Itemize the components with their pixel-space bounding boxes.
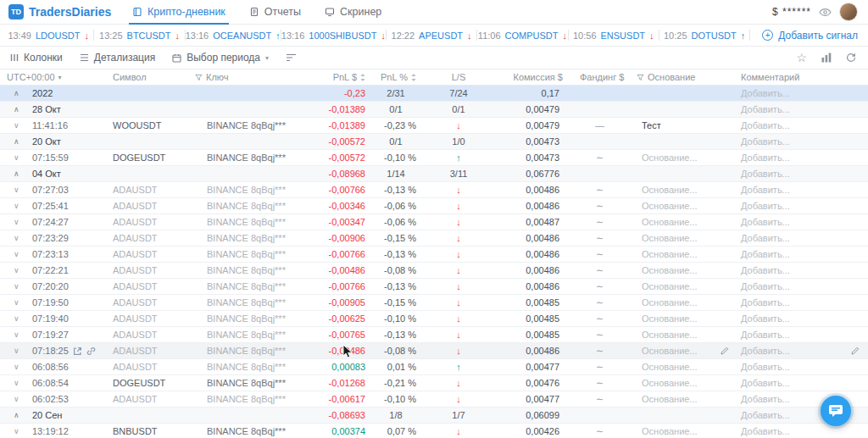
reason-cell[interactable]: Основание... [632, 281, 737, 291]
expand-chevron-icon[interactable]: ∨ [0, 121, 32, 130]
comment-cell[interactable]: Добавить... [737, 136, 868, 147]
comment-cell[interactable]: Добавить... [737, 104, 868, 114]
expand-chevron-icon[interactable]: ∨ [0, 395, 32, 403]
col-pnl-usd[interactable]: PnL $ [291, 72, 370, 82]
col-pnl-pct[interactable]: PnL % [370, 72, 421, 82]
brand[interactable]: TD TradersDiaries [8, 4, 117, 19]
trade-row[interactable]: ∨07:19:50ADAUSDTBINANCE 8qBqj***-0,00905… [0, 295, 868, 311]
trade-row[interactable]: ∨06:02:53ADAUSDTBINANCE 8qBqj***-0,00617… [0, 391, 868, 408]
grouping-icon-button[interactable] [286, 53, 297, 62]
chart-view-icon[interactable] [821, 53, 832, 63]
tab-screener[interactable]: Скринер [313, 0, 393, 24]
collapse-chevron-icon[interactable]: ∧ [0, 89, 32, 97]
expand-chevron-icon[interactable]: ∨ [0, 314, 32, 323]
col-long-short[interactable]: L/S [421, 72, 496, 82]
signal-item[interactable]: 13:16OCEANUSDT↑ [186, 30, 281, 41]
reason-cell[interactable]: Основание... [632, 362, 737, 372]
tab-journal[interactable]: Крипто-дневник [120, 0, 237, 24]
trade-row[interactable]: ∨07:18:25ADAUSDTBINANCE 8qBqj***-0,00486… [0, 343, 868, 359]
expand-chevron-icon[interactable]: ∨ [0, 363, 32, 371]
comment-cell[interactable]: Добавить... [737, 185, 868, 195]
reason-cell[interactable]: Основание... [632, 330, 737, 340]
collapse-chevron-icon[interactable]: ∧ [0, 411, 32, 419]
tab-reports[interactable]: Отчеты [237, 0, 313, 24]
timezone-selector[interactable]: UTC+00:00 ▾ [0, 72, 113, 82]
signal-item[interactable]: 13:161000SHIBUSDT↓ [281, 30, 387, 41]
comment-cell[interactable]: Добавить... [737, 169, 868, 179]
trade-row[interactable]: ∨07:19:40ADAUSDTBINANCE 8qBqj***-0,00625… [0, 311, 868, 327]
trade-row[interactable]: ∨07:27:03ADAUSDTBINANCE 8qBqj***-0,00766… [0, 182, 868, 198]
expand-chevron-icon[interactable]: ∨ [0, 379, 32, 387]
signal-item[interactable]: 11:06COMPUSDT↓ [477, 30, 568, 41]
comment-cell[interactable]: Добавить... [737, 249, 868, 259]
col-commission[interactable]: Комиссия $ [496, 72, 568, 82]
edit-comment-icon[interactable] [851, 347, 860, 355]
reason-cell[interactable]: Основание... [632, 217, 737, 227]
expand-chevron-icon[interactable]: ∨ [0, 330, 32, 339]
reason-cell[interactable]: Основание... [632, 152, 737, 163]
group-row[interactable]: ∧2022-0,232/317/240,17Добавить... [0, 86, 868, 102]
trade-row[interactable]: ∨06:08:56ADAUSDTBINANCE 8qBqj***0,000830… [0, 359, 868, 375]
reason-cell[interactable]: Основание... [632, 201, 737, 211]
chat-widget-button[interactable] [821, 396, 851, 426]
group-row[interactable]: ∧04 Окт-0,089681/143/110,06776Добавить..… [0, 166, 868, 182]
comment-cell[interactable]: Добавить... [737, 281, 868, 291]
add-signal-button[interactable]: + Добавить сигнал [762, 30, 858, 42]
expand-chevron-icon[interactable]: ∨ [0, 298, 32, 307]
reason-cell[interactable]: Основание... [632, 297, 737, 308]
reason-cell[interactable]: Основание... [632, 249, 737, 259]
comment-cell[interactable]: Добавить... [737, 313, 868, 324]
comment-cell[interactable]: Добавить... [737, 426, 868, 436]
reason-cell[interactable]: Основание... [632, 265, 737, 275]
comment-cell[interactable]: Добавить... [737, 362, 868, 372]
expand-chevron-icon[interactable]: ∨ [0, 234, 32, 242]
avatar[interactable] [839, 3, 858, 21]
reason-cell[interactable]: Основание... [632, 426, 737, 436]
reason-cell[interactable]: Основание... [632, 378, 737, 388]
col-reason[interactable]: Основание [632, 72, 737, 82]
trade-row[interactable]: ∨07:22:21ADAUSDTBINANCE 8qBqj***-0,00486… [0, 263, 868, 279]
open-external-icon[interactable] [73, 347, 82, 356]
comment-cell[interactable]: Добавить... [737, 233, 868, 243]
signal-item[interactable]: 10:25DOTUSDT↑ [659, 30, 750, 41]
signal-item[interactable]: 13:49LDOUSDT↓ [3, 30, 94, 41]
expand-chevron-icon[interactable]: ∨ [0, 266, 32, 274]
expand-chevron-icon[interactable]: ∨ [0, 202, 32, 210]
col-key[interactable]: Ключ [193, 72, 291, 82]
copy-link-icon[interactable] [86, 347, 96, 356]
group-row[interactable]: ∧20 Окт-0,005720/11/00,00473Добавить... [0, 134, 868, 150]
reason-cell[interactable]: Тест [632, 120, 737, 130]
comment-cell[interactable]: Добавить... [737, 330, 868, 340]
trade-row[interactable]: ∨07:24:27ADAUSDTBINANCE 8qBqj***-0,00347… [0, 214, 868, 230]
signal-item[interactable]: 10:56ENSUSDT↓ [569, 30, 659, 41]
favorite-star-icon[interactable]: ☆ [796, 52, 807, 64]
trade-row[interactable]: ∨07:25:41ADAUSDTBINANCE 8qBqj***-0,00346… [0, 198, 868, 214]
details-button[interactable]: Детализация [80, 52, 155, 64]
expand-chevron-icon[interactable]: ∨ [0, 282, 32, 291]
col-funding[interactable]: Фандинг $ [568, 72, 632, 82]
collapse-chevron-icon[interactable]: ∧ [0, 169, 32, 178]
expand-chevron-icon[interactable]: ∨ [0, 218, 32, 226]
group-row[interactable]: ∧28 Окт-0,013890/10/10,00479Добавить... [0, 102, 868, 118]
comment-cell[interactable]: Добавить... [737, 346, 868, 356]
refresh-icon[interactable] [846, 53, 856, 63]
reason-cell[interactable]: Основание... [632, 185, 737, 195]
trade-row[interactable]: ∨07:19:27ADAUSDTBINANCE 8qBqj***-0,00765… [0, 327, 868, 343]
period-select-button[interactable]: Выбор периода ▾ [172, 52, 269, 64]
expand-chevron-icon[interactable]: ∨ [0, 347, 32, 355]
columns-button[interactable]: Колонки [10, 52, 63, 64]
reason-cell[interactable]: Основание... [632, 233, 737, 243]
trade-row[interactable]: ∨06:08:54DOGEUSDTBINANCE 8qBqj***-0,0126… [0, 375, 868, 391]
reason-cell[interactable]: Основание... [632, 394, 737, 404]
expand-chevron-icon[interactable]: ∨ [0, 427, 32, 435]
edit-reason-icon[interactable] [721, 347, 729, 355]
collapse-chevron-icon[interactable]: ∧ [0, 137, 32, 146]
col-symbol[interactable]: Символ [113, 72, 193, 82]
signal-item[interactable]: 12:22APEUSDT↓ [387, 30, 477, 41]
trade-row[interactable]: ∨07:15:59DOGEUSDTBINANCE 8qBqj***-0,0057… [0, 150, 868, 166]
comment-cell[interactable]: Добавить... [737, 120, 868, 130]
collapse-chevron-icon[interactable]: ∧ [0, 105, 32, 114]
comment-cell[interactable]: Добавить... [737, 265, 868, 275]
reason-cell[interactable]: Основание... [632, 346, 737, 356]
toggle-balance-eye-icon[interactable] [819, 8, 832, 17]
